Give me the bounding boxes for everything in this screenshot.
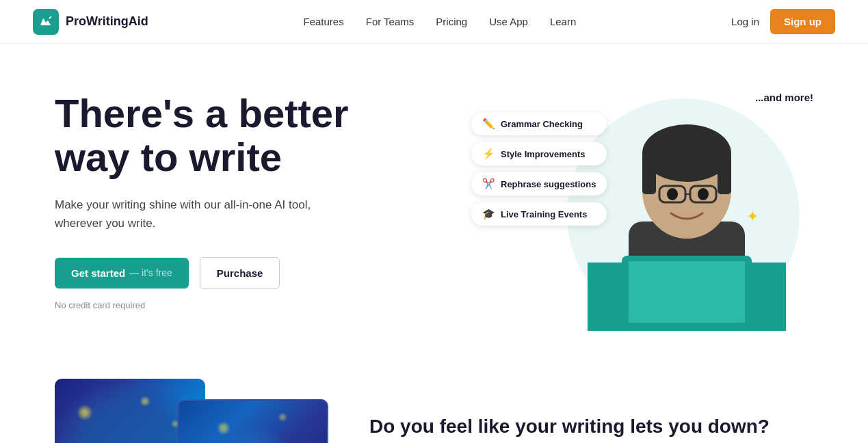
hero-section: There's a better way to write Make your … xyxy=(0,44,868,365)
second-section: My idea in my head Do you feel like your… xyxy=(0,365,868,443)
logo-text: ProWritingAid xyxy=(66,14,148,29)
free-label: — it's free xyxy=(129,267,172,278)
login-button[interactable]: Log in xyxy=(731,16,759,27)
logo-icon xyxy=(33,9,59,35)
tag-rephrase: ✂️ Rephrase suggestions xyxy=(471,172,607,196)
hero-illustration: ...and more! xyxy=(471,85,813,338)
svg-rect-4 xyxy=(642,153,656,194)
svg-rect-12 xyxy=(627,261,746,323)
card-starry-2 xyxy=(178,399,328,443)
hero-left: There's a better way to write Make your … xyxy=(55,85,349,310)
nav-use-app[interactable]: Use App xyxy=(489,16,528,27)
svg-point-10 xyxy=(698,188,709,200)
second-title: Do you feel like your writing lets you d… xyxy=(369,414,813,439)
svg-point-9 xyxy=(667,188,678,200)
hero-right: ...and more! xyxy=(471,85,813,338)
logo-link[interactable]: ProWritingAid xyxy=(33,9,148,35)
style-icon: ⚡ xyxy=(482,148,495,160)
grammar-icon: ✏️ xyxy=(482,118,495,130)
hero-title: There's a better way to write xyxy=(55,92,349,179)
svg-rect-14 xyxy=(745,263,786,331)
training-icon: 🎓 xyxy=(482,208,495,220)
and-more-label: ...and more! xyxy=(755,92,813,103)
nav-for-teams[interactable]: For Teams xyxy=(366,16,415,27)
tag-style: ⚡ Style Improvements xyxy=(471,142,607,165)
hero-buttons: Get started — it's free Purchase xyxy=(55,257,349,289)
feature-tags: ✏️ Grammar Checking ⚡ Style Improvements… xyxy=(471,112,607,226)
purchase-button[interactable]: Purchase xyxy=(200,257,280,289)
navbar: ProWritingAid Features For Teams Pricing… xyxy=(0,0,868,44)
hero-note: No credit card required xyxy=(55,300,349,310)
second-left-illustration: My idea in my head xyxy=(55,379,315,443)
tag-grammar: ✏️ Grammar Checking xyxy=(471,112,607,135)
svg-rect-5 xyxy=(718,153,731,194)
get-started-button[interactable]: Get started — it's free xyxy=(55,258,189,288)
second-right-content: Do you feel like your writing lets you d… xyxy=(369,414,813,443)
hero-subtitle: Make your writing shine with our all-in-… xyxy=(55,196,328,232)
svg-rect-13 xyxy=(588,263,629,331)
nav-links: Features For Teams Pricing Use App Learn xyxy=(304,16,577,28)
nav-actions: Log in Sign up xyxy=(731,9,835,34)
rephrase-icon: ✂️ xyxy=(482,178,495,190)
sparkle-icon: ✦ xyxy=(746,208,759,226)
tag-training: 🎓 Live Training Events xyxy=(471,202,607,226)
nav-learn[interactable]: Learn xyxy=(550,16,576,27)
nav-features[interactable]: Features xyxy=(304,16,344,27)
nav-pricing[interactable]: Pricing xyxy=(436,16,467,27)
signup-button[interactable]: Sign up xyxy=(770,9,835,34)
